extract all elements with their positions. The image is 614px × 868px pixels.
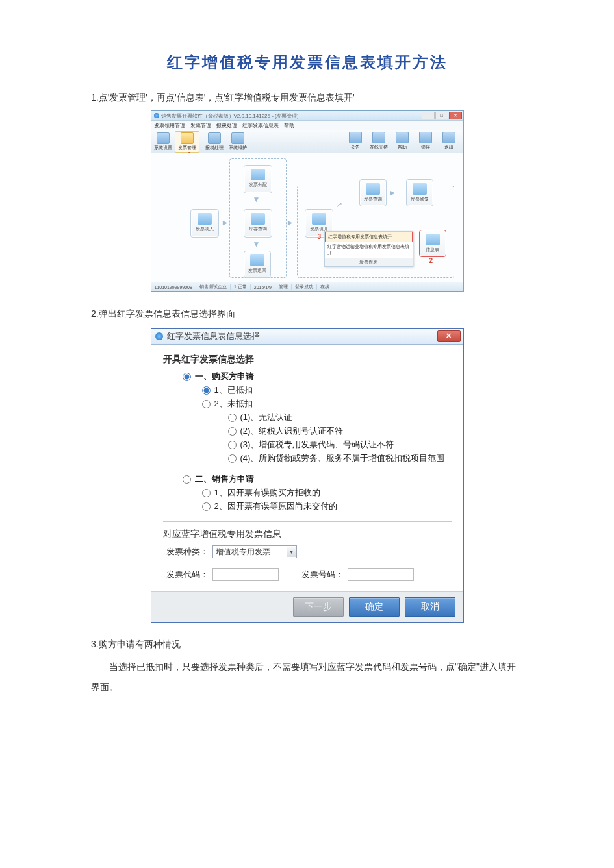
dialog-icon [155,332,163,340]
label-out-of-scope: (4)、所购货物或劳务、服务不属于增值税扣税项目范围 [240,453,445,464]
tool-support[interactable]: 在线支持 [367,132,390,151]
status-taxno: 110101999999008 [151,285,196,290]
menu-item[interactable]: 帮助 [284,122,294,129]
label-deducted: 1、已抵扣 [214,384,253,396]
box-fpfz[interactable]: 发票分配 [244,165,272,193]
menu-item[interactable]: 发票管理 [190,122,211,129]
maximize-button[interactable]: □ [435,112,448,119]
select-invoice-type-value: 增值税专用发票 [216,547,270,558]
app-icon [154,113,159,118]
radio-buyer[interactable] [183,373,191,381]
next-button[interactable]: 下一步 [293,597,344,617]
box-fpth[interactable]: 发票退回 [244,251,271,278]
dialog-footer: 下一步 确定 取消 [151,591,463,622]
box-xxb[interactable]: 信息表 [419,230,446,257]
group-title-blue: 对应蓝字增值税专用发票信息 [163,528,452,540]
label-undeducted: 2、未抵扣 [214,398,253,410]
tool-invoice-manage[interactable]: 发票管理 [175,131,199,153]
return-icon [250,254,264,266]
toolbar: 系统设置 发票管理 1 报税处理 系统维护 公告 [151,130,463,153]
status-admin: 管理 [275,284,292,290]
red-info-dialog: 红字发票信息表信息选择 ✕ 开具红字发票信息选择 一、购买方申请 1、已抵扣 2… [151,328,464,623]
label-undelivered: 2、因开票有误等原因尚未交付的 [214,501,337,512]
cancel-button[interactable]: 取消 [405,597,455,617]
menu-item[interactable]: 红字发票信息表 [242,122,279,129]
group-title-choice: 开具红字发票信息选择 [163,354,452,366]
step-3-text: 3.购方申请有两种情况 [91,639,523,651]
menu-item[interactable]: 报税处理 [216,122,237,129]
label-invoice-type: 发票种类： [163,546,209,558]
input-invoice-code[interactable] [212,568,279,581]
radio-undelivered[interactable] [202,502,211,511]
label-invoice-code: 发票代码： [163,569,209,580]
fill-icon [312,213,326,225]
label-code-mismatch: (3)、增值税专用发票代码、号码认证不符 [240,439,394,451]
ok-button[interactable]: 确定 [349,597,400,617]
status-bar: 110101999999008 销售测试企业 1 正常 2015/1/9 管理 … [151,282,463,291]
radio-out-of-scope[interactable] [228,454,237,463]
radio-code-mismatch[interactable] [228,441,237,449]
tool-tax-report[interactable]: 报税处理 [203,132,226,151]
maintain-icon [231,132,244,144]
radio-buyer-reject[interactable] [202,489,211,497]
marker-3: 3 [318,233,322,240]
table-icon [426,234,440,245]
menu-bar: 发票领用管理 发票管理 报税处理 红字发票信息表 帮助 [151,121,463,130]
tool-lock[interactable]: 锁屏 [414,132,437,151]
popup-menu: 红字增值税专用发票信息表填开 红字货物运输业增值税专用发票信息表填开 发票作废 [324,231,413,267]
app-title: 销售发票开票软件（金税盘版）V2.0.10.141226 - [发票管理] [161,112,299,119]
box-fpxf[interactable]: 发票修复 [406,179,433,206]
popup-item-red-vat[interactable]: 红字增值税专用发票信息表填开 [325,232,413,242]
radio-seller[interactable] [183,475,191,484]
tool-exit[interactable]: 退出 [437,132,461,151]
popup-footer[interactable]: 发票作废 [325,258,413,266]
tool-system-settings[interactable]: 系统设置 [151,132,175,151]
box-fpcx[interactable]: 发票查询 [359,179,387,206]
radio-deducted[interactable] [202,386,211,395]
marker-2: 2 [429,257,433,264]
label-taxid-mismatch: (2)、纳税人识别号认证不符 [240,425,344,437]
tool-maintain[interactable]: 系统维护 [226,132,249,151]
app-titlebar: 销售发票开票软件（金税盘版）V2.0.10.141226 - [发票管理] — … [151,111,463,121]
help-icon [396,132,409,143]
tool-announce[interactable]: 公告 [344,132,367,151]
label-buyer: 一、购买方申请 [195,371,254,382]
radio-undeducted[interactable] [202,400,211,408]
label-invoice-number: 发票号码： [298,569,344,580]
app-window: 销售发票开票软件（金税盘版）V2.0.10.141226 - [发票管理] — … [151,110,464,292]
tax-icon [208,132,221,144]
status-online: 在线 [317,284,333,290]
arrow-icon: ► [389,188,397,197]
box-kcxx[interactable]: 库存查询 [244,209,272,238]
select-invoice-type[interactable]: 增值税专用发票 ▼ [212,545,297,558]
dialog-close-button[interactable]: ✕ [437,330,461,342]
arrow-icon: ► [222,218,229,227]
announce-icon [349,132,362,143]
tool-help[interactable]: 帮助 [390,132,414,151]
step-3-detail: 当选择已抵扣时，只要选择发票种类后，不需要填写对应蓝字发票代码和发票号码，点"确… [91,657,523,697]
chevron-down-icon: ▼ [287,547,296,557]
support-icon [372,132,385,143]
minimize-button[interactable]: — [422,112,435,119]
lock-icon [419,132,432,143]
input-invoice-number[interactable] [348,568,414,581]
popup-item-red-freight[interactable]: 红字货物运输业增值税专用发票信息表填开 [325,242,413,258]
radio-taxid-mismatch[interactable] [228,427,237,436]
arrow-up-icon: ↗ [336,200,342,209]
menu-item[interactable]: 发票领用管理 [154,122,185,129]
settings-icon [157,132,170,144]
label-buyer-reject: 1、因开票有误购买方拒收的 [214,487,320,499]
close-button[interactable]: ✕ [449,112,462,119]
radio-cannot-auth[interactable] [228,414,237,422]
status-date: 2015/1/9 [251,285,275,290]
invoice-icon [181,132,194,144]
divider [163,521,452,522]
dialog-titlebar: 红字发票信息表信息选择 ✕ [151,329,463,345]
label-cannot-auth: (1)、无法认证 [240,412,293,423]
flow-canvas: 发票分配 发票读入 ► 库存查询 ▼ ► 发票填开 ↗ 发票查询 ► [151,153,463,282]
label-seller: 二、销售方申请 [195,473,254,485]
arrow-down-icon: ▼ [253,240,261,249]
step-2-text: 2.弹出红字发票信息表信息选择界面 [91,308,523,320]
box-fpds[interactable]: 发票读入 [190,209,219,238]
status-state: 1 正常 [231,284,251,290]
